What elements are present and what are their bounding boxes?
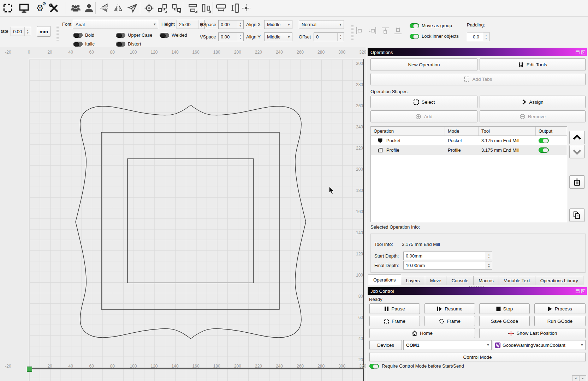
welded-toggle[interactable] [160, 33, 169, 38]
settings-gears-icon[interactable]: ⚙⚙ [33, 1, 47, 15]
show-last-position-button[interactable]: Show Last Position [479, 328, 586, 338]
frame-rect-button[interactable]: Frame [369, 316, 420, 326]
align-node-right-icon[interactable] [170, 1, 184, 15]
final-depth-spinbox[interactable]: 10.00mm▲▼ [403, 261, 492, 270]
scroll-left-button[interactable]: ◄ [572, 375, 579, 381]
lock-inner-objects-toggle[interactable] [410, 34, 419, 39]
require-control-mode-toggle[interactable] [369, 364, 379, 369]
align-to-right-icon[interactable] [367, 25, 379, 37]
tab-macros[interactable]: Macros [474, 276, 499, 285]
mirror-horizontal-icon[interactable] [111, 1, 125, 15]
marquee-select-icon[interactable] [1, 1, 15, 15]
add-tabs-button[interactable]: Add Tabs [370, 73, 586, 85]
toolbar-separator [140, 2, 140, 14]
output-toggle[interactable] [539, 138, 549, 143]
chevron-down-icon [572, 148, 582, 156]
center-cross-icon[interactable] [239, 1, 253, 15]
vspace-spinbox[interactable]: 0.00▲▼ [218, 32, 244, 41]
unit-mm-button[interactable]: mm [37, 26, 51, 37]
align-x-dropdown[interactable]: Middle▼ [264, 20, 292, 29]
operation-row[interactable]: PocketPocket3.175 mm End Mill [371, 136, 567, 145]
move-as-group-toggle[interactable] [410, 23, 419, 28]
upper-case-toggle[interactable] [116, 33, 125, 38]
move-operation-up-button[interactable] [569, 131, 585, 144]
tab-operations[interactable]: Operations [368, 274, 401, 285]
hspace-spinbox[interactable]: 0.00▲▼ [218, 20, 244, 29]
pause-button[interactable]: Pause [369, 303, 420, 314]
design-canvas[interactable]: -200204060801001201401601802002202402602… [0, 47, 366, 381]
distribute-vertical-icon[interactable] [199, 1, 213, 15]
send-plane-icon[interactable] [125, 1, 139, 15]
font-label: Font [59, 22, 71, 27]
align-to-top-icon[interactable] [379, 25, 391, 37]
origin-target-icon[interactable] [142, 1, 156, 15]
tab-move[interactable]: Move [425, 276, 447, 285]
run-gcode-button[interactable]: Run GCode [534, 316, 586, 326]
align-node-left-icon[interactable] [155, 1, 170, 15]
save-gcode-button[interactable]: Save GCode [479, 316, 530, 326]
postprocessor-dropdown[interactable]: GcodeWarningVacuumCoolant▼ [493, 340, 586, 350]
operation-name: Profile [386, 147, 399, 153]
distort-toggle[interactable] [116, 42, 125, 47]
italic-toggle[interactable] [73, 42, 83, 47]
scroll-right-button[interactable]: ► [579, 375, 586, 381]
remove-shapes-button[interactable]: Remove [480, 110, 586, 122]
assign-shapes-button[interactable]: Assign [480, 96, 586, 108]
align-to-left-icon[interactable] [354, 25, 366, 37]
output-toggle[interactable] [539, 147, 549, 153]
profile-icon [377, 147, 383, 153]
process-button[interactable]: Process [534, 303, 586, 314]
select-shapes-button[interactable]: Select [370, 96, 477, 108]
offset-spinbox[interactable]: 0▲▼ [314, 32, 344, 41]
ruler-label: 220 [255, 364, 262, 369]
operation-name: Pocket [386, 138, 400, 143]
delete-operation-button[interactable] [569, 175, 585, 189]
tools-icon[interactable] [47, 1, 61, 15]
padding-spinbox[interactable]: 0.0▲▼ [467, 32, 489, 41]
minus-circle-icon [519, 114, 525, 120]
mirror-vertical-icon[interactable] [97, 1, 112, 15]
single-user-icon[interactable] [82, 1, 96, 15]
upper-case-label: Upper Case [128, 32, 152, 38]
align-to-bottom-icon[interactable] [392, 25, 404, 37]
bold-toggle[interactable] [73, 33, 83, 38]
stop-button[interactable]: Stop [479, 303, 530, 314]
home-button[interactable]: Home [369, 328, 475, 338]
tab-console[interactable]: Console [446, 276, 474, 285]
panel-tabs: OperationsLayersMoveConsoleMacrosVariabl… [368, 274, 588, 285]
tab-variable-text[interactable]: Variable Text [499, 276, 535, 285]
monitor-icon[interactable] [17, 1, 31, 15]
devices-button[interactable]: Devices [369, 340, 402, 350]
panel-pin-icon[interactable] [575, 50, 580, 55]
postprocessor-logo-icon [495, 342, 501, 348]
com-port-dropdown[interactable]: COM1▼ [403, 340, 492, 350]
fit-width-icon[interactable] [214, 1, 228, 15]
panel-close-icon[interactable] [581, 289, 586, 294]
frame-circle-button[interactable]: Frame [424, 316, 475, 326]
start-depth-spinbox[interactable]: 0.00mm▲▼ [403, 252, 492, 260]
control-mode-button[interactable]: Control Mode [369, 352, 586, 362]
move-operation-down-button[interactable] [569, 145, 585, 158]
rotate-spin-arrows[interactable]: ▲▼ [24, 27, 31, 36]
operation-row[interactable]: ProfileProfile3.175 mm End Mill [371, 145, 567, 155]
tab-operations-library[interactable]: Operations Library [535, 276, 583, 285]
group-users-icon[interactable] [69, 1, 83, 15]
panel-pin-icon[interactable] [575, 289, 580, 294]
rotate-spinbox[interactable]: 0.00▲▼ [11, 27, 31, 36]
add-shapes-button[interactable]: Add [370, 110, 477, 122]
mouse-cursor [328, 186, 335, 195]
duplicate-operation-button[interactable] [569, 208, 585, 222]
edit-tools-button[interactable]: Edit Tools [480, 58, 586, 71]
resume-button[interactable]: Resume [424, 303, 475, 314]
font-combobox[interactable]: Arial▼ [73, 20, 158, 29]
align-y-dropdown[interactable]: Middle▼ [264, 32, 292, 41]
style-dropdown[interactable]: Normal▼ [299, 20, 344, 29]
distribute-horizontal-icon[interactable] [186, 1, 200, 15]
operation-tool: 3.175 mm End Mill [479, 136, 536, 145]
plaque-outline-shape [76, 105, 306, 339]
trash-icon [573, 177, 581, 187]
new-operation-button[interactable]: New Operation [370, 58, 477, 71]
panel-close-icon[interactable] [581, 50, 586, 55]
tab-layers[interactable]: Layers [401, 276, 425, 285]
chevron-up-icon [572, 134, 582, 141]
